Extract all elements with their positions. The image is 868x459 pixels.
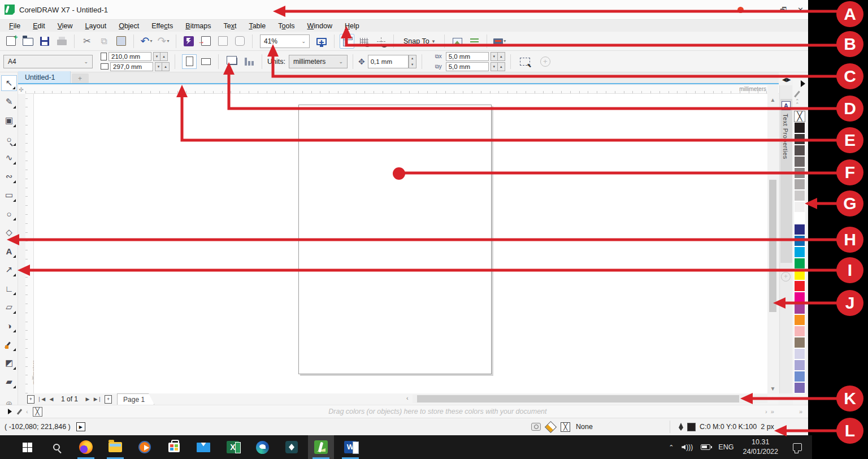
battery-icon[interactable] <box>701 444 710 450</box>
redo-button[interactable]: ↷▾ <box>156 34 171 49</box>
fill-none-swatch[interactable]: ╳ <box>561 422 570 432</box>
publish-pdf-button[interactable] <box>232 34 247 49</box>
export-button[interactable] <box>215 34 230 49</box>
menu-text[interactable]: Text <box>218 21 242 31</box>
menu-bitmaps[interactable]: Bitmaps <box>180 21 216 31</box>
full-screen-preview-button[interactable]: ✚ <box>314 34 329 49</box>
last-page-icon[interactable]: ▶❘ <box>93 396 103 402</box>
taskbar-media-player-icon[interactable] <box>132 435 158 459</box>
color-swatch[interactable] <box>794 246 805 258</box>
document-palette-no-color-swatch[interactable]: ╳ <box>33 407 42 417</box>
docker-expand-icon[interactable]: » <box>799 408 802 415</box>
taskbar-firefox-icon[interactable] <box>73 435 99 459</box>
horizontal-scrollbar[interactable]: ‹ › <box>413 395 767 403</box>
show-grid-button[interactable] <box>357 34 371 49</box>
next-page-icon[interactable]: ▶ <box>83 396 93 402</box>
menu-object[interactable]: Object <box>113 21 145 31</box>
rectangle-tool[interactable]: ▭ <box>1 187 17 203</box>
application-launcher-button[interactable] <box>467 34 481 49</box>
welcome-screen-button[interactable]: ▾ <box>492 34 507 49</box>
color-swatch[interactable] <box>794 167 805 179</box>
interactive-fill-tool[interactable]: ◩ <box>1 355 17 371</box>
horizontal-scrollbar-thumb[interactable] <box>417 395 739 402</box>
snap-to-dropdown[interactable]: Snap To ▾ <box>399 35 439 47</box>
units-combo[interactable]: millimeters ⌄ <box>289 55 348 68</box>
scroll-right-icon[interactable]: › <box>772 395 774 401</box>
palette-scroll-up-icon[interactable]: ⌃⌃ <box>795 99 800 106</box>
color-swatch[interactable] <box>794 314 805 326</box>
previous-page-icon[interactable]: ◀ <box>46 396 57 402</box>
clock[interactable]: 10.31 24/01/2022 <box>743 438 778 457</box>
artistic-media-tool[interactable]: ∾ <box>1 168 17 184</box>
nudge-distance-input[interactable]: 0,1 mm <box>368 55 409 68</box>
taskbar-excel-icon[interactable]: X <box>220 435 246 459</box>
palette-eyedropper-icon[interactable] <box>794 91 800 98</box>
nudge-spinner[interactable]: ▴▾ <box>409 55 416 68</box>
page-width-input[interactable]: 210,0 mm <box>108 52 151 61</box>
freehand-tool[interactable]: ∿ <box>1 150 17 166</box>
taskbar-file-explorer-icon[interactable] <box>102 435 128 459</box>
restore-button[interactable]: 🗗 <box>780 6 787 14</box>
hidden-icons-chevron-icon[interactable]: ⌃ <box>669 444 674 451</box>
taskbar-microsoft-store-icon[interactable] <box>161 435 187 459</box>
page-1-tab[interactable]: Page 1 <box>117 393 154 405</box>
landscape-button[interactable] <box>198 54 213 69</box>
text-tool[interactable]: A <box>1 243 17 259</box>
zoom-level-combo[interactable]: 41% ⌄ <box>260 34 310 48</box>
outline-pen-icon[interactable] <box>679 423 683 431</box>
color-swatch[interactable] <box>794 213 805 224</box>
vertical-scrollbar-thumb[interactable] <box>769 180 776 312</box>
taskbar-coreldraw-icon[interactable] <box>308 435 334 459</box>
document-palette-scroll-right-icon[interactable]: › <box>765 408 767 415</box>
horizontal-ruler[interactable]: millimeters <box>25 85 779 94</box>
pick-tool[interactable]: ↖ <box>1 75 17 91</box>
show-guidelines-button[interactable] <box>374 34 388 49</box>
current-page-button[interactable] <box>242 54 257 69</box>
taskbar-start-button[interactable] <box>14 435 40 459</box>
document-palette-flyout-icon[interactable] <box>8 409 12 414</box>
docker-collapse-icon[interactable]: ◀▶ <box>782 76 791 83</box>
duplicate-x-spinner[interactable]: ▾▴ <box>491 52 505 61</box>
action-center-icon[interactable] <box>793 443 802 451</box>
undo-button[interactable]: ↶▾ <box>139 34 154 49</box>
menu-tools[interactable]: Tools <box>272 21 300 31</box>
page-height-input[interactable]: 297,0 mm <box>110 62 153 71</box>
menu-view[interactable]: View <box>52 21 79 31</box>
drop-shadow-tool[interactable]: ▱ <box>1 299 17 315</box>
scroll-down-icon[interactable]: ▼ <box>767 384 778 393</box>
color-proof-icon[interactable] <box>531 423 541 431</box>
portrait-button[interactable] <box>182 54 197 69</box>
color-swatch[interactable] <box>794 190 805 201</box>
new-document-button[interactable] <box>3 34 18 49</box>
color-swatch[interactable] <box>794 258 805 269</box>
docker-tab-text-properties[interactable]: A Text Properties <box>780 99 792 263</box>
menu-effects[interactable]: Effects <box>146 21 179 31</box>
ruler-origin-icon[interactable]: ✣ <box>17 85 25 94</box>
duplicate-x-input[interactable]: 5,0 mm <box>446 52 489 61</box>
document-tab-untitled-1[interactable]: Untitled-1 <box>18 71 71 83</box>
customize-plus-icon[interactable]: + <box>540 57 550 67</box>
taskbar-search-button[interactable] <box>44 435 70 459</box>
taskbar-mail-icon[interactable] <box>190 435 216 459</box>
volume-icon[interactable]: ))) <box>682 443 693 451</box>
connector-tool[interactable]: ∟ <box>1 280 17 296</box>
color-swatch[interactable] <box>794 145 805 156</box>
color-swatch[interactable] <box>794 156 805 167</box>
paste-button[interactable] <box>114 34 128 49</box>
print-button[interactable] <box>54 34 69 49</box>
menu-layout[interactable]: Layout <box>80 21 112 31</box>
duplicate-y-input[interactable]: 5,0 mm <box>446 62 489 71</box>
color-swatch[interactable] <box>794 303 805 314</box>
color-eyedropper-tool[interactable] <box>1 336 17 352</box>
new-tab-button[interactable]: + <box>72 73 89 83</box>
quick-customize-plus-icon[interactable]: + <box>781 272 791 282</box>
language-indicator[interactable]: ENG <box>718 443 734 451</box>
color-swatch[interactable] <box>794 269 805 280</box>
palette-scroll-down-icon[interactable]: ⌄ <box>796 395 800 401</box>
ellipse-tool[interactable]: ○ <box>1 206 17 222</box>
page-size-combo[interactable]: A4 ⌄ <box>3 55 93 68</box>
crop-tool[interactable]: ▣ <box>1 112 17 128</box>
scroll-left-icon[interactable]: ‹ <box>406 395 409 401</box>
drawing-window[interactable] <box>34 94 767 393</box>
smart-fill-tool[interactable]: ▰ <box>1 374 17 389</box>
